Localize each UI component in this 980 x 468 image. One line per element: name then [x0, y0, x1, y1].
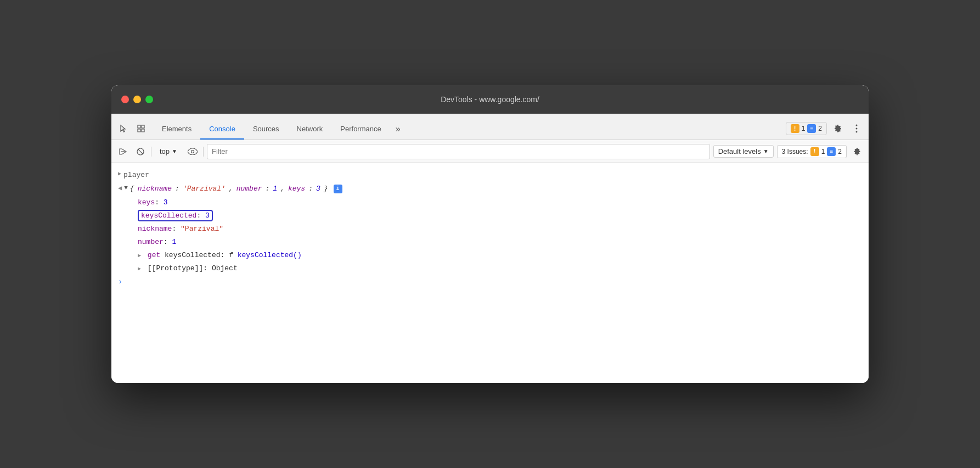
console-output: ▶ player ◀ ▼ {nickname: 'Parzival', numb… — [111, 163, 869, 383]
prop-keys: keys: 3 — [111, 196, 869, 209]
more-options-icon[interactable] — [849, 121, 864, 136]
tabs-container: Elements Console Sources Network Perform… — [153, 120, 786, 140]
clear-console-icon[interactable] — [116, 144, 130, 159]
tab-bar: Elements Console Sources Network Perform… — [111, 114, 869, 140]
func-name: keysCollected() — [238, 251, 302, 259]
tab-network[interactable]: Network — [288, 120, 332, 140]
prop-nickname-value: "Parzival" — [181, 225, 223, 233]
toolbar-separator-2 — [203, 147, 204, 157]
getter-name: keysCollected — [165, 251, 220, 259]
toolbar-warn-icon: ! — [810, 147, 819, 156]
prop-keyscollected-key: keysCollected — [141, 211, 196, 220]
tab-elements[interactable]: Elements — [153, 120, 200, 140]
devtools-window: DevTools - www.google.com/ Elements — [111, 85, 869, 383]
tab-bar-right: ! 1 ≡ 2 — [786, 121, 864, 140]
keyscollected-highlight: keysCollected: 3 — [138, 210, 213, 221]
getter-colon: : — [220, 251, 229, 259]
back-arrow-icon: ◀ — [118, 183, 122, 194]
expand-prototype-icon[interactable]: ▶ — [138, 266, 141, 272]
title-bar: DevTools - www.google.com/ — [111, 85, 869, 114]
prop-number-value: 1 — [172, 238, 176, 246]
cursor-icon[interactable] — [116, 121, 131, 136]
svg-rect-0 — [138, 125, 140, 128]
svg-rect-1 — [142, 125, 144, 128]
svg-point-11 — [191, 150, 194, 153]
eye-icon[interactable] — [185, 144, 200, 159]
traffic-lights — [121, 96, 153, 103]
player-line: ▶ player — [111, 169, 869, 182]
prop-keys-key: keys — [138, 198, 155, 207]
svg-point-4 — [856, 125, 858, 126]
func-label: f — [229, 251, 238, 259]
log-levels-label: Default levels — [718, 147, 761, 155]
prompt-chevron: › — [118, 277, 122, 286]
prop-keyscollected-value: 3 — [205, 211, 210, 220]
toolbar-warn-count: 1 — [821, 148, 825, 155]
tab-console[interactable]: Console — [200, 120, 244, 140]
issues-badge[interactable]: ! 1 ≡ 2 — [786, 122, 827, 135]
settings-icon[interactable] — [830, 121, 846, 136]
tab-performance[interactable]: Performance — [331, 120, 390, 140]
info-icon: ≡ — [807, 124, 816, 133]
svg-point-6 — [856, 131, 858, 133]
chevron-down-icon: ▼ — [172, 148, 177, 154]
issues-count-label: 3 Issues: — [782, 148, 808, 155]
context-label: top — [160, 147, 170, 155]
toolbar-info-count: 2 — [838, 148, 842, 155]
prop-keyscollected: keysCollected: 3 — [111, 209, 869, 222]
chevron-down-icon: ▼ — [763, 148, 769, 154]
info-count: 2 — [818, 125, 822, 132]
more-tabs-button[interactable]: » — [390, 120, 406, 140]
get-keyword: get — [148, 251, 165, 259]
toolbar-info-icon: ≡ — [827, 147, 836, 156]
object-preview[interactable]: {nickname: 'Parzival', number: 1, keys: … — [130, 183, 342, 195]
prototype-line: ▶ [[Prototype]]: Object — [111, 262, 869, 275]
svg-rect-2 — [138, 129, 140, 132]
svg-rect-3 — [142, 129, 144, 132]
prop-keys-value: 3 — [164, 198, 168, 207]
console-prompt[interactable]: › — [111, 275, 869, 288]
expand-getter-icon[interactable]: ▶ — [138, 253, 141, 259]
expand-object-icon[interactable]: ▼ — [124, 183, 128, 193]
toolbar-separator-1 — [151, 147, 151, 157]
prop-number: number: 1 — [111, 236, 869, 249]
prototype-label: [[Prototype]] — [148, 264, 203, 272]
prop-nickname: nickname: "Parzival" — [111, 222, 869, 236]
block-icon[interactable] — [133, 144, 148, 159]
svg-point-5 — [856, 128, 858, 130]
getter-line: ▶ get keysCollected: f keysCollected() — [111, 249, 869, 262]
close-button[interactable] — [121, 96, 129, 103]
console-settings-icon[interactable] — [850, 144, 864, 159]
tab-sources[interactable]: Sources — [244, 120, 288, 140]
maximize-button[interactable] — [145, 96, 153, 103]
player-label: player — [123, 170, 149, 181]
prop-number-key: number — [138, 238, 164, 246]
minimize-button[interactable] — [133, 96, 141, 103]
prop-nickname-key: nickname — [138, 225, 172, 233]
expand-player-icon[interactable]: ▶ — [118, 170, 121, 179]
object-line: ◀ ▼ {nickname: 'Parzival', number: 1, ke… — [111, 182, 869, 196]
context-selector[interactable]: top ▼ — [155, 145, 182, 158]
log-levels-dropdown[interactable]: Default levels ▼ — [713, 145, 774, 158]
tab-bar-icons — [116, 121, 149, 140]
prototype-value: Object — [212, 264, 238, 272]
issues-count-toolbar[interactable]: 3 Issues: ! 1 ≡ 2 — [777, 145, 847, 158]
inspect-icon[interactable] — [133, 121, 149, 136]
filter-input[interactable] — [207, 144, 710, 159]
warn-count: 1 — [802, 125, 806, 132]
warn-icon: ! — [791, 124, 799, 133]
console-toolbar: top ▼ Default levels ▼ 3 Issues: ! 1 ≡ 2 — [111, 140, 869, 163]
object-info-badge[interactable]: i — [334, 185, 342, 193]
window-title: DevTools - www.google.com/ — [441, 95, 539, 104]
svg-line-10 — [138, 149, 143, 154]
